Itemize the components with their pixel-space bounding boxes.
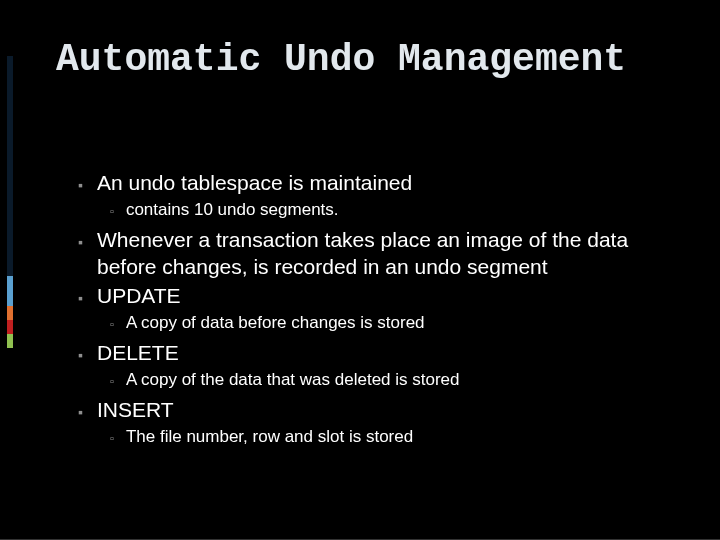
- slide-content: ▪An undo tablespace is maintained▫contai…: [78, 170, 680, 454]
- accent-bar: [7, 56, 13, 348]
- square-bullet-icon: ▪: [78, 347, 83, 367]
- sub-bullet-text: A copy of data before changes is stored: [126, 312, 680, 334]
- bullet-level-1: ▪ INSERT: [78, 397, 680, 424]
- bullet-level-1: ▪An undo tablespace is maintained: [78, 170, 680, 197]
- hollow-square-bullet-icon: ▫: [110, 374, 114, 391]
- slide: Automatic Undo Management ▪An undo table…: [0, 0, 720, 540]
- bullet-level-2: ▫ A copy of data before changes is store…: [110, 312, 680, 334]
- bullet-level-1: ▪ UPDATE: [78, 283, 680, 310]
- square-bullet-icon: ▪: [78, 290, 83, 310]
- bullet-text: Whenever a transaction takes place an im…: [97, 227, 680, 281]
- slide-title: Automatic Undo Management: [56, 38, 626, 81]
- sub-bullet-text: The file number, row and slot is stored: [126, 426, 680, 448]
- hollow-square-bullet-icon: ▫: [110, 204, 114, 221]
- accent-segment: [7, 56, 13, 276]
- bullet-text: INSERT: [97, 397, 680, 424]
- hollow-square-bullet-icon: ▫: [110, 431, 114, 448]
- bullet-text: UPDATE: [97, 283, 680, 310]
- bullet-level-1: ▪Whenever a transaction takes place an i…: [78, 227, 680, 281]
- square-bullet-icon: ▪: [78, 404, 83, 424]
- square-bullet-icon: ▪: [78, 234, 83, 281]
- bullet-text: DELETE: [97, 340, 680, 367]
- bullet-text: An undo tablespace is maintained: [97, 170, 680, 197]
- sub-bullet-text: A copy of the data that was deleted is s…: [126, 369, 680, 391]
- bullet-level-2: ▫ A copy of the data that was deleted is…: [110, 369, 680, 391]
- bullet-level-2: ▫ The file number, row and slot is store…: [110, 426, 680, 448]
- accent-segment: [7, 320, 13, 334]
- accent-segment: [7, 306, 13, 320]
- accent-segment: [7, 334, 13, 348]
- square-bullet-icon: ▪: [78, 177, 83, 197]
- accent-segment: [7, 276, 13, 306]
- bullet-level-1: ▪ DELETE: [78, 340, 680, 367]
- bullet-level-2: ▫contains 10 undo segments.: [110, 199, 680, 221]
- sub-bullet-text: contains 10 undo segments.: [126, 199, 680, 221]
- hollow-square-bullet-icon: ▫: [110, 317, 114, 334]
